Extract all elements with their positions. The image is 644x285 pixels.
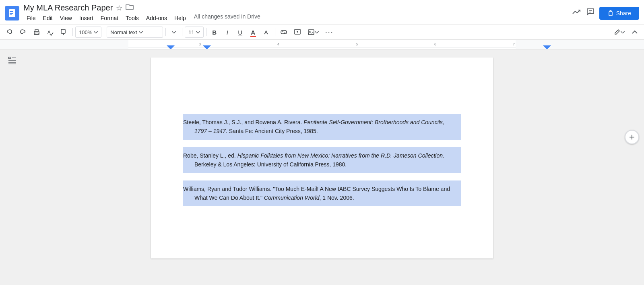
citation-1-normal2: Santa Fe: Ancient City Press, 1985. xyxy=(227,128,318,134)
title-area: My MLA Research Paper ☆ File Edit View I… xyxy=(23,3,568,23)
svg-text:3: 3 xyxy=(199,42,201,46)
svg-rect-8 xyxy=(35,33,38,34)
menu-view[interactable]: View xyxy=(57,13,75,23)
font-size-value: 11 xyxy=(188,29,194,35)
svg-rect-25 xyxy=(42,40,128,49)
svg-rect-15 xyxy=(308,30,314,35)
menu-bar: File Edit View Insert Format Tools Add-o… xyxy=(23,13,568,23)
menu-tools[interactable]: Tools xyxy=(122,13,142,23)
bold-button[interactable]: B xyxy=(209,27,220,38)
style-selector[interactable]: Normal text xyxy=(107,27,163,38)
menu-format[interactable]: Format xyxy=(97,13,122,23)
add-comment-button[interactable] xyxy=(291,27,303,38)
font-selector[interactable] xyxy=(168,27,180,38)
insert-image-button[interactable] xyxy=(305,27,321,38)
svg-rect-1 xyxy=(10,11,13,12)
sep-6 xyxy=(275,28,275,36)
bold-label: B xyxy=(212,29,217,36)
edit-mode-button[interactable] xyxy=(611,27,627,38)
svg-rect-2 xyxy=(10,13,13,14)
doc-top-space xyxy=(183,82,461,114)
underline-label: U xyxy=(238,29,242,36)
doc-page: Steele, Thomas J., S.J., and Rowena A. R… xyxy=(151,57,493,258)
header-right: Share xyxy=(572,7,639,20)
ruler-inner: 1 2 3 4 5 6 7 xyxy=(42,40,602,49)
citation-2-normal2: Berkeley & Los Angeles: University of Ca… xyxy=(194,161,347,168)
svg-rect-3 xyxy=(10,14,12,15)
doc-area: Steele, Thomas J., S.J., and Rowena A. R… xyxy=(24,49,620,278)
citation-2: Robe, Stanley L., ed. Hispanic Folktales… xyxy=(183,147,461,173)
zoom-selector[interactable]: 100% xyxy=(75,27,101,38)
menu-insert[interactable]: Insert xyxy=(76,13,97,23)
trending-icon[interactable] xyxy=(572,7,582,19)
svg-point-16 xyxy=(309,31,310,32)
print-button[interactable] xyxy=(31,27,43,38)
sep-2 xyxy=(104,28,104,36)
doc-title: My MLA Research Paper xyxy=(23,3,113,12)
citation-1-normal: Steele, Thomas J., S.J., and Rowena A. R… xyxy=(183,119,303,125)
add-content-button[interactable] xyxy=(625,130,639,144)
svg-text:5: 5 xyxy=(356,42,358,46)
svg-rect-10 xyxy=(61,29,65,33)
citation-2-normal: Robe, Stanley L., ed. xyxy=(183,152,237,159)
share-button[interactable]: Share xyxy=(599,7,639,20)
link-button[interactable] xyxy=(278,27,290,38)
text-color-button[interactable]: A xyxy=(248,27,259,38)
menu-file[interactable]: File xyxy=(23,13,39,23)
undo-button[interactable] xyxy=(3,27,15,38)
save-status: All changes saved in Drive xyxy=(194,13,260,23)
citation-1: Steele, Thomas J., S.J., and Rowena A. R… xyxy=(183,114,461,140)
sep-3 xyxy=(165,28,166,36)
sep-1 xyxy=(72,28,73,36)
svg-rect-26 xyxy=(516,40,602,49)
right-aside xyxy=(620,49,644,278)
menu-addons[interactable]: Add-ons xyxy=(143,13,170,23)
spellcheck-button[interactable]: A xyxy=(44,27,56,38)
citation-3-italic: Communication World xyxy=(264,195,320,201)
svg-rect-6 xyxy=(609,12,612,16)
folder-icon[interactable] xyxy=(126,4,134,12)
svg-text:4: 4 xyxy=(277,42,279,46)
highlight-button[interactable] xyxy=(260,27,272,38)
collapse-toolbar-button[interactable] xyxy=(629,27,641,38)
citation-3: Williams, Ryan and Tudor Williams. "Too … xyxy=(183,180,461,207)
italic-button[interactable]: I xyxy=(222,27,233,38)
style-value: Normal text xyxy=(110,29,137,35)
redo-button[interactable] xyxy=(17,27,29,38)
header: My MLA Research Paper ☆ File Edit View I… xyxy=(0,0,644,25)
menu-help[interactable]: Help xyxy=(171,13,189,23)
svg-rect-30 xyxy=(8,57,11,59)
sep-5 xyxy=(206,28,206,36)
share-label: Share xyxy=(616,10,631,16)
citation-3-normal2: , 1 Nov. 2006. xyxy=(320,195,354,201)
ruler: 1 2 3 4 5 6 7 xyxy=(0,40,644,49)
italic-label: I xyxy=(227,29,228,36)
main-area: Steele, Thomas J., S.J., and Rowena A. R… xyxy=(0,49,644,278)
google-docs-logo xyxy=(5,6,19,21)
citation-2-italic: Hispanic Folktales from New Mexico: Narr… xyxy=(237,152,444,159)
paint-format-button[interactable] xyxy=(58,27,70,38)
star-icon[interactable]: ☆ xyxy=(116,4,122,12)
underline-button[interactable]: U xyxy=(235,27,246,38)
menu-edit[interactable]: Edit xyxy=(40,13,56,23)
svg-marker-27 xyxy=(167,45,175,49)
outline-icon[interactable] xyxy=(7,56,17,68)
svg-marker-28 xyxy=(203,45,211,49)
more-options-button[interactable]: ··· xyxy=(323,27,336,38)
text-color-line xyxy=(250,36,256,37)
font-size-selector[interactable]: 11 xyxy=(185,27,203,38)
svg-text:7: 7 xyxy=(513,42,515,46)
toolbar: A 100% Normal text 11 B I U A xyxy=(0,25,644,40)
sep-4 xyxy=(182,28,182,36)
comment-icon[interactable] xyxy=(586,7,595,19)
left-sidebar xyxy=(0,49,24,278)
svg-text:6: 6 xyxy=(434,42,436,46)
zoom-value: 100% xyxy=(79,29,92,35)
svg-text:A: A xyxy=(47,30,51,35)
